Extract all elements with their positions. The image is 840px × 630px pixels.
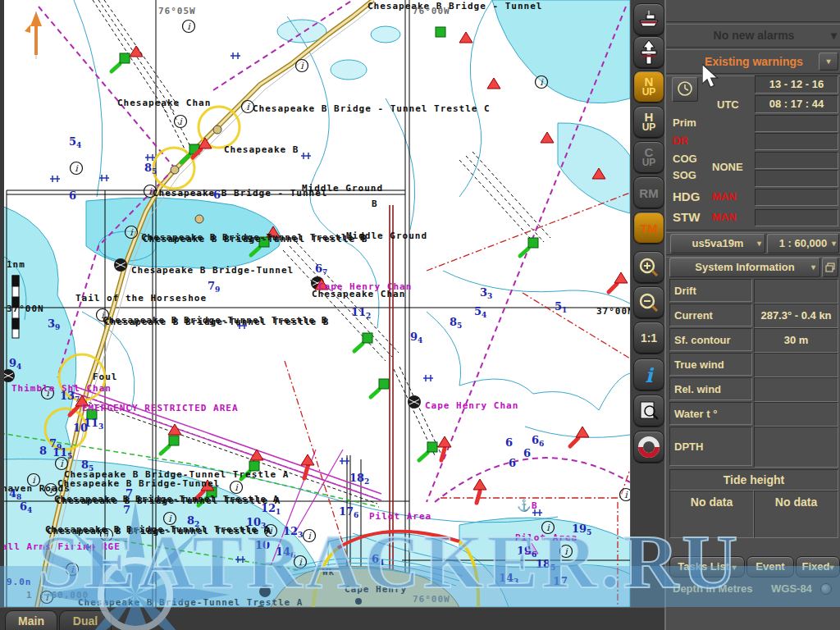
- alarms-dropdown[interactable]: No new alarms ▾: [666, 25, 840, 46]
- depth-sounding: 123: [283, 525, 303, 539]
- sidebar-panel: No new alarms ▾ Existing warnings ▾ 13 -…: [664, 0, 840, 630]
- info-mark[interactable]: i: [183, 21, 195, 33]
- zoom-out-button[interactable]: [633, 286, 664, 319]
- ship-ahead-button[interactable]: [633, 36, 664, 69]
- warnings-dropdown[interactable]: Existing warnings ▾: [666, 50, 840, 73]
- hdg-source: MAN: [712, 190, 737, 203]
- green-buoy[interactable]: [419, 442, 437, 460]
- chart-label: 37°00N: [7, 304, 44, 314]
- bottom-tab-bar: Main Dual: [0, 607, 664, 630]
- info-mark[interactable]: i: [294, 556, 307, 568]
- green-buoy[interactable]: [520, 238, 538, 256]
- depth-sounding: 182: [349, 472, 369, 486]
- chart-label: Chesapeake B Bridge - Tunnel Trestle C: [253, 103, 491, 114]
- red-buoy[interactable]: [473, 479, 486, 503]
- zoom-in-icon: [638, 257, 660, 278]
- depth-sounding: 112: [351, 306, 371, 320]
- info-mark[interactable]: i: [620, 489, 631, 501]
- system-information-dropdown[interactable]: System Information ▾: [669, 258, 820, 277]
- chart-label: Chesapeake B Bridge-Tunnel Trestle A: [47, 526, 272, 536]
- info-mark[interactable]: i: [296, 60, 308, 72]
- head-up-button[interactable]: H UP: [633, 106, 664, 139]
- red-buoy[interactable]: [459, 32, 472, 43]
- datum-indicator-knob[interactable]: [820, 583, 832, 595]
- chart-label: Chesapeake B Bridge-Tunnel Trestle B: [104, 317, 329, 327]
- course-up-button[interactable]: C UP: [633, 141, 664, 174]
- info-row-value: [754, 402, 838, 427]
- buoy-dot[interactable]: [171, 166, 179, 174]
- scale-select-dropdown[interactable]: 1 : 60,000 ▾: [767, 234, 839, 253]
- stw-label: STW: [673, 210, 700, 224]
- chart-label: Wk: [322, 567, 335, 578]
- tab-main[interactable]: Main: [5, 610, 57, 630]
- chart-area[interactable]: iiiiiiiiiiiiiiiiiiiiiiii⚓546856796739943…: [0, 0, 630, 607]
- zoom-out-icon: [638, 292, 660, 313]
- red-buoy[interactable]: [487, 78, 500, 89]
- chart-label: B: [532, 500, 538, 511]
- event-button[interactable]: Event: [746, 556, 794, 578]
- date-field: 13 - 12 - 16: [755, 75, 838, 94]
- chart-label: Chesapeake B Bridge - Tunnel: [368, 1, 542, 11]
- chart-label: Pilot Area: [369, 511, 431, 522]
- red-buoy[interactable]: [130, 46, 143, 57]
- ship-center-button[interactable]: [633, 3, 664, 36]
- green-buoy[interactable]: [112, 53, 130, 71]
- panel-detach-button[interactable]: [822, 258, 838, 277]
- chart-label: EMERGENCY RESTRICTED AREA: [82, 403, 239, 413]
- info-mark[interactable]: i: [231, 482, 243, 494]
- info-mark[interactable]: i: [175, 116, 187, 128]
- info-row-label: Drift: [669, 279, 752, 302]
- original-scale-button[interactable]: 1:1: [633, 322, 664, 354]
- depth-sounding: 79: [208, 280, 220, 294]
- info-row-value: [754, 377, 838, 402]
- north-up-button[interactable]: N UP: [633, 71, 664, 103]
- prim-label: Prim: [673, 116, 696, 129]
- obstruction-mark: [301, 153, 311, 159]
- clock-button[interactable]: [672, 77, 698, 102]
- true-motion-button[interactable]: TM: [633, 212, 664, 244]
- fixed-button[interactable]: Fixed▾: [796, 556, 840, 578]
- info-mark[interactable]: i: [126, 226, 138, 239]
- standard-display-button[interactable]: [633, 431, 664, 463]
- relative-motion-button[interactable]: RM: [633, 176, 664, 209]
- green-buoy[interactable]: [436, 27, 445, 37]
- ship-icon: [638, 11, 660, 29]
- chart-svg[interactable]: iiiiiiiiiiiiiiiiiiiiiiii⚓546856796739943…: [0, 0, 630, 607]
- chart-select-dropdown[interactable]: us5va19m ▾: [670, 234, 765, 253]
- depth-sounding: 6: [505, 436, 513, 449]
- info-mark[interactable]: i: [536, 76, 548, 89]
- red-buoy[interactable]: [541, 132, 554, 143]
- tide-left-cell: No data: [669, 491, 754, 538]
- zoom-in-button[interactable]: [633, 251, 664, 284]
- buoy-dot[interactable]: [213, 126, 221, 134]
- green-buoy[interactable]: [354, 333, 372, 351]
- warnings-expand-button[interactable]: ▾: [819, 52, 838, 71]
- true-motion-label: TM: [640, 223, 658, 234]
- datum-label: WGS-84: [771, 582, 812, 595]
- info-mark[interactable]: i: [71, 162, 83, 175]
- event-label: Event: [756, 560, 784, 573]
- green-buoy[interactable]: [161, 436, 179, 454]
- red-buoy[interactable]: [609, 272, 628, 292]
- toolbar: N UP H UP C UP RM TM: [630, 0, 665, 607]
- info-mark[interactable]: i: [560, 546, 573, 558]
- chart-label: 37°00N: [596, 306, 630, 317]
- info-mark[interactable]: i: [304, 530, 316, 542]
- tasks-list-button[interactable]: Tasks List ▾: [669, 556, 745, 578]
- obstruction-mark: [145, 154, 155, 161]
- relative-motion-label: RM: [639, 188, 658, 199]
- green-buoy[interactable]: [371, 379, 389, 397]
- chart-label: 76°00W: [413, 594, 450, 605]
- one-to-one-label: 1:1: [641, 333, 657, 344]
- info-mark[interactable]: i: [56, 458, 68, 470]
- info-mark[interactable]: i: [164, 513, 176, 525]
- chart-label: 1 : 60,000: [26, 590, 89, 600]
- light-structure[interactable]: [114, 258, 127, 272]
- buoy-dot[interactable]: [195, 215, 203, 223]
- light-structure[interactable]: [408, 395, 421, 409]
- info-mark[interactable]: i: [66, 564, 79, 576]
- info-button[interactable]: i: [633, 358, 664, 391]
- anchorage-icon: ⚓: [517, 499, 532, 513]
- tab-dual[interactable]: Dual: [59, 610, 112, 630]
- chart-review-button[interactable]: [633, 395, 664, 427]
